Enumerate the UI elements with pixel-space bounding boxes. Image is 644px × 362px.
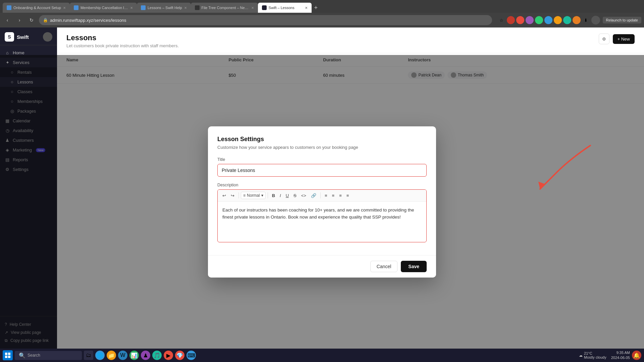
page-subtitle: Let customers book private instruction w… — [66, 43, 179, 53]
taskbar-search-icon: 🔍 — [19, 352, 25, 359]
tab-5-close[interactable]: ✕ — [305, 6, 308, 10]
sidebar-item-label-home: Home — [13, 50, 24, 55]
notification-icon[interactable]: 🔔 — [632, 351, 641, 360]
ext-icon-6[interactable] — [554, 16, 562, 24]
modal-subtitle: Customize how your service appears to cu… — [217, 145, 427, 150]
ext-icon-7[interactable] — [563, 16, 571, 24]
toolbar-sep-3 — [320, 192, 321, 198]
taskbar-date-display: 2024-06-05 — [611, 355, 630, 360]
toolbar-sep-2 — [268, 192, 268, 198]
taskbar-icon-1[interactable]: 🗂 — [84, 351, 93, 360]
page-header-actions: ⚙ + New — [599, 34, 635, 44]
ext-icon-1[interactable] — [507, 16, 515, 24]
modal-title: Lesson Settings — [217, 136, 427, 143]
taskbar-icon-2[interactable]: 📁 — [107, 351, 116, 360]
description-label: Description — [217, 183, 427, 187]
svg-rect-4 — [8, 356, 10, 358]
start-button[interactable] — [3, 350, 13, 360]
taskbar-chrome-icon[interactable]: 🌐 — [95, 351, 105, 360]
toolbar-sep-1 — [238, 192, 239, 198]
tab-3-close[interactable]: ✕ — [184, 6, 187, 10]
title-label: Title — [217, 157, 427, 162]
taskbar-icon-4[interactable]: 📊 — [129, 351, 139, 360]
editor-toolbar: ↩ ↪ ≡ Normal ▾ B I — [218, 190, 426, 202]
modal-footer: Cancel Save — [208, 255, 436, 278]
cancel-button[interactable]: Cancel — [370, 261, 398, 272]
profile-icon[interactable] — [591, 16, 600, 24]
address-box[interactable]: 🔒 admin.runswiftapp.xyz/services/lessons — [39, 15, 492, 25]
weather-temp: 21°C — [584, 351, 606, 355]
underline-button[interactable]: U — [284, 192, 291, 199]
user-avatar[interactable] — [43, 32, 52, 42]
editor-area[interactable]: Each of our instructors has been coachin… — [218, 202, 426, 242]
save-button[interactable]: Save — [401, 261, 427, 272]
svg-rect-3 — [5, 356, 7, 358]
new-tab-button[interactable]: + — [312, 3, 321, 13]
taskbar-search[interactable]: 🔍 Search — [15, 351, 82, 360]
taskbar-search-text: Search — [28, 353, 40, 358]
lock-icon: 🔒 — [43, 18, 48, 22]
taskbar-icon-8[interactable]: 💎 — [175, 351, 184, 360]
align-justify-button[interactable]: ≡ — [344, 192, 351, 199]
italic-button[interactable]: I — [278, 192, 283, 199]
tab-4-close[interactable]: ✕ — [251, 6, 254, 10]
svg-rect-2 — [8, 353, 10, 355]
undo-button[interactable]: ↩ — [220, 192, 228, 199]
align-center-button[interactable]: ≡ — [330, 192, 337, 199]
code-button[interactable]: <> — [299, 192, 308, 199]
taskbar-time-display: 9:35 AM — [611, 350, 630, 355]
tab-2[interactable]: Membership Cancellation Instr... ✕ — [70, 3, 137, 13]
align-left-button[interactable]: ≡ — [323, 192, 329, 199]
tab-3[interactable]: Lessons – Swift Help ✕ — [137, 3, 191, 13]
ext-icon-3[interactable] — [526, 16, 534, 24]
format-align-icon: ≡ — [243, 193, 246, 198]
ext-icon-8[interactable] — [573, 16, 581, 24]
tab-5[interactable]: Swift – Lessons ✕ — [258, 3, 312, 13]
taskbar-clock: 9:35 AM 2024-06-05 — [611, 350, 630, 361]
editor-wrapper: ↩ ↪ ≡ Normal ▾ B I — [217, 189, 427, 242]
format-current: Normal — [247, 193, 260, 198]
ext-icon-9[interactable]: ⬇ — [582, 16, 590, 24]
taskbar-icon-3[interactable]: W — [118, 351, 127, 360]
address-text: admin.runswiftapp.xyz/services/lessons — [50, 18, 126, 23]
weather-icon: ☁ — [579, 353, 583, 358]
taskbar-icon-9[interactable]: ⌨ — [186, 351, 196, 360]
ext-icon-2[interactable] — [516, 16, 524, 24]
bookmark-icon[interactable]: ☆ — [497, 16, 505, 24]
address-bar-row: ‹ › ↻ 🔒 admin.runswiftapp.xyz/services/l… — [0, 13, 644, 27]
tab-1-close[interactable]: ✕ — [63, 6, 66, 10]
relaunch-button[interactable]: Relaunch to update — [603, 17, 641, 23]
title-input[interactable] — [217, 164, 427, 177]
reload-button[interactable]: ↻ — [27, 15, 36, 25]
align-right-button[interactable]: ≡ — [337, 192, 344, 199]
description-text: Each of our instructors has been coachin… — [222, 207, 414, 220]
taskbar-icon-7[interactable]: ▶ — [164, 351, 173, 360]
app-name: Swift — [17, 34, 29, 40]
taskbar-icon-5[interactable]: ♟ — [141, 351, 150, 360]
format-select[interactable]: ≡ Normal ▾ — [241, 192, 266, 199]
page-header: Lessons Let customers book private instr… — [57, 27, 644, 53]
strikethrough-button[interactable]: S — [291, 192, 299, 199]
redo-button[interactable]: ↪ — [229, 192, 236, 199]
app-logo: S — [5, 32, 14, 42]
ext-icon-4[interactable] — [535, 16, 543, 24]
lesson-settings-modal: Lesson Settings Customize how your servi… — [208, 126, 436, 278]
page-title: Lessons — [66, 34, 179, 42]
sidebar-header: S Swift — [0, 27, 57, 45]
forward-button[interactable]: › — [15, 15, 24, 25]
settings-button[interactable]: ⚙ — [599, 34, 609, 44]
new-lesson-button[interactable]: + New — [613, 34, 635, 44]
back-button[interactable]: ‹ — [3, 15, 12, 25]
link-button[interactable]: 🔗 — [309, 192, 318, 199]
ext-icon-5[interactable] — [544, 16, 552, 24]
taskbar-icon-6[interactable]: 🎵 — [152, 351, 162, 360]
format-chevron: ▾ — [261, 193, 263, 198]
title-form-group: Title — [217, 157, 427, 177]
tab-4[interactable]: File Tree Component – Nextra ✕ — [191, 3, 258, 13]
weather-condition: Mostly cloudy — [584, 355, 606, 359]
tab-2-close[interactable]: ✕ — [130, 6, 133, 10]
bold-button[interactable]: B — [270, 192, 277, 199]
tab-1[interactable]: Onboarding & Account Setup ✕ — [3, 3, 70, 13]
weather-widget: ☁ 21°C Mostly cloudy — [579, 351, 606, 359]
home-icon: ⌂ — [5, 50, 10, 55]
